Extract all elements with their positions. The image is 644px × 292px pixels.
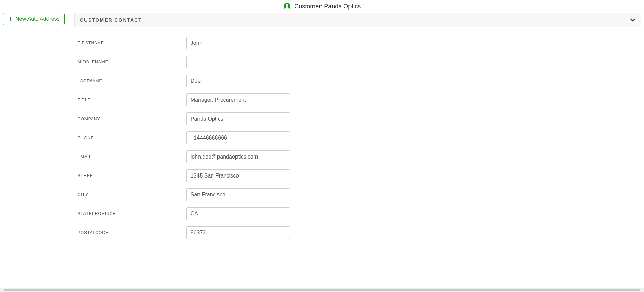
customer-contact-panel-header[interactable]: CUSTOMER CONTACT: [74, 13, 641, 27]
field-row-middlename: MIDDLENAME: [74, 56, 641, 68]
label-lastname: LASTNAME: [74, 79, 186, 83]
field-row-company: COMPANY: [74, 112, 641, 125]
new-auto-address-button[interactable]: New Auto Address: [3, 13, 65, 25]
field-row-firstname: FIRSTNAME: [74, 37, 641, 49]
input-lastname[interactable]: [186, 75, 290, 87]
input-firstname[interactable]: [186, 37, 290, 49]
horizontal-scrollbar[interactable]: [0, 288, 644, 292]
input-stateprovince[interactable]: [186, 207, 290, 220]
label-middlename: MIDDLENAME: [74, 60, 186, 64]
svg-point-1: [286, 4, 288, 7]
field-row-street: STREET: [74, 169, 641, 182]
label-company: COMPANY: [74, 117, 186, 121]
panel-title: CUSTOMER CONTACT: [80, 17, 142, 23]
field-row-city: CITY: [74, 188, 641, 201]
label-title: TITLE: [74, 98, 186, 102]
field-row-title: TITLE: [74, 93, 641, 106]
plus-icon: [8, 16, 13, 22]
label-city: CITY: [74, 192, 186, 197]
input-middlename[interactable]: [186, 56, 290, 68]
input-phone[interactable]: [186, 131, 290, 144]
chevron-down-icon: [630, 17, 636, 23]
label-email: EMAIL: [74, 154, 186, 159]
label-stateprovince: STATEPROVINCE: [74, 211, 186, 216]
input-email[interactable]: [186, 150, 290, 163]
page-header: Customer: Panda Optics: [3, 3, 641, 10]
scrollbar-thumb[interactable]: [4, 289, 640, 291]
field-row-phone: PHONE: [74, 131, 641, 144]
label-firstname: FIRSTNAME: [74, 41, 186, 45]
input-company[interactable]: [186, 112, 290, 125]
label-postalcode: POSTALCODE: [74, 230, 186, 235]
field-row-stateprovince: STATEPROVINCE: [74, 207, 641, 220]
user-circle-icon: [283, 3, 291, 10]
page-title: Customer: Panda Optics: [294, 3, 361, 10]
input-street[interactable]: [186, 169, 290, 182]
label-street: STREET: [74, 173, 186, 178]
input-title[interactable]: [186, 93, 290, 106]
new-auto-address-label: New Auto Address: [15, 16, 60, 22]
svg-rect-3: [8, 19, 13, 19]
label-phone: PHONE: [74, 135, 186, 140]
field-row-postalcode: POSTALCODE: [74, 226, 641, 239]
field-row-email: EMAIL: [74, 150, 641, 163]
field-row-lastname: LASTNAME: [74, 75, 641, 87]
input-city[interactable]: [186, 188, 290, 201]
input-postalcode[interactable]: [186, 226, 290, 239]
